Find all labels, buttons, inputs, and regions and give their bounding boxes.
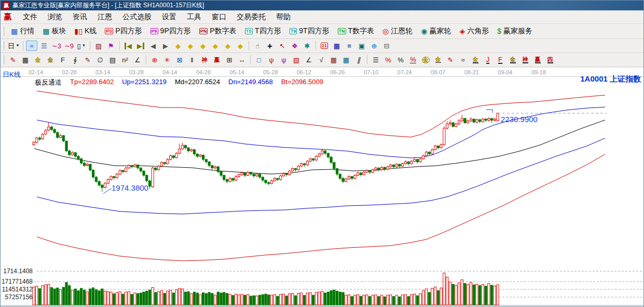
menu-item-window[interactable]: 窗口 [207,11,231,23]
dense-grid-tool[interactable]: ▤ [107,55,118,65]
menu-item-help[interactable]: 帮助 [271,11,296,23]
gann-box-tool[interactable]: ⊠ [174,55,185,65]
menu-item-tools[interactable]: 工具 [182,11,207,23]
menu-item-file[interactable]: 文件 [18,11,43,23]
hexagon-button[interactable]: ◈六角形 [456,25,494,37]
blue-grid-tool[interactable]: ▦ [340,55,352,65]
zoom-out-h-button[interactable]: ◆ [197,41,209,51]
cursor-values-button[interactable]: ↖ [277,41,288,51]
notes-button[interactable]: ≡ [344,41,355,51]
histogram-tool[interactable]: ☰ [370,55,381,65]
ma3-button[interactable]: ∼3 [51,41,62,51]
nine-p-square-button[interactable]: P99P四方形 [146,25,195,37]
menu-item-settings[interactable]: 设置 [157,11,182,23]
tick-marks-tool[interactable]: ‖ [186,55,198,65]
print-button[interactable]: ⊟ [381,41,392,51]
check-lines-tool[interactable]: √ [316,55,327,65]
kline-button[interactable]: ▮▯K线 [70,25,101,37]
winner-service-button[interactable]: $赢家服务 [493,25,537,37]
ying-grid-tool[interactable]: 赢 [211,55,223,65]
gann-marker-button[interactable]: ❖ [289,41,300,51]
menu-item-formula-stock-pick[interactable]: 公式选股 [117,11,157,23]
angle-lines-tool[interactable]: ∠ [303,55,314,65]
menu-item-trade-entrust[interactable]: 交易委托 [231,11,271,23]
rect-tool[interactable]: □ [253,55,265,65]
f-angle-tool[interactable]: F [495,55,506,65]
percent-levels-tool[interactable]: % [407,55,419,65]
menu-item-browse[interactable]: 浏览 [43,11,67,23]
first-bar-button[interactable]: ◀ [122,41,134,51]
calculator-button[interactable]: ▦ [331,41,342,51]
fib-grid-tool[interactable]: F [57,55,68,65]
fan-lines-tool[interactable]: ψ [266,55,277,65]
h-extend-tool[interactable]: ↔ [236,55,248,65]
t-square-button[interactable]: TST四方形 [241,25,285,37]
trend-chart-button[interactable]: ≈ [26,41,37,51]
zoom-full-button[interactable]: ◆ [235,41,246,51]
brush-flag-tool[interactable]: ✎ [445,55,456,65]
zoom-in-h-button[interactable]: ◆ [210,41,221,51]
winner-wheel-button[interactable]: ◉赢家轮 [417,25,455,37]
si-angle-tool[interactable]: 四 [544,55,556,65]
candle-body [184,145,186,148]
pan-hand-button[interactable]: ☝ [252,41,263,51]
draw-pencil-tool[interactable]: ✎ [7,55,19,65]
hatch-box-tool[interactable]: ▨ [291,55,302,65]
t-digit-table-button[interactable]: TNT数字表 [334,25,379,37]
slash-lines-tool[interactable]: ∥ [353,55,364,65]
angle-tool[interactable]: ∠ [132,55,143,65]
nine-t-square-button[interactable]: T99T四方形 [285,25,334,37]
gann-circle-tool[interactable]: ⊕ [149,55,160,65]
crosshair-button[interactable]: + [264,41,276,51]
gann-grid-tool[interactable]: ▦ [20,55,31,65]
data-download-button[interactable]: ⊕ [368,41,380,51]
smart-analysis-button[interactable]: ✱ [302,41,313,51]
last-bar-button[interactable]: ▶ [135,41,146,51]
flag-marker-button[interactable]: ⚑ [105,41,117,51]
gold-grid-tool[interactable]: 金 [32,55,44,65]
number-grid-tool[interactable]: ⊞ [224,55,235,65]
gann-wheel-button[interactable]: ◎江恩轮 [378,25,417,37]
n-square-tool[interactable]: n² [119,55,131,65]
sectors-button[interactable]: ▩板块 [38,25,70,37]
next-bar-button[interactable]: ▶ [160,41,171,51]
fan-box-tool[interactable]: ψ [278,55,290,65]
candle-style-dropdown[interactable]: ▯▼ [76,41,87,51]
shift-left-button[interactable]: ◆ [172,41,184,51]
kline-chart-area[interactable]: 02-1402-2803-1403-2804-1404-2805-1405-28… [1,68,643,306]
gold-circle-tool[interactable]: 金 [420,55,431,65]
p-square-button[interactable]: PSP四方形 [101,25,146,37]
menu-item-gann[interactable]: 江恩 [92,11,117,23]
percent-line-tool[interactable]: % [382,55,394,65]
market-quotes-button[interactable]: ▦行情 [7,25,38,37]
zoom-in-button[interactable]: ◆ [222,41,234,51]
menu-item-news[interactable]: 资讯 [67,11,92,23]
gann-web-tool[interactable]: ✳ [161,55,173,65]
ying-angle-tool[interactable]: 赢 [532,55,543,65]
brush-tool[interactable]: ✎ [82,55,93,65]
gold-levels-tool[interactable]: 金 [432,55,444,65]
spiral-tool[interactable]: ∮ [70,55,81,65]
calendar-button[interactable]: 21 [319,41,330,51]
gold-angle2-tool[interactable]: 金 [507,55,518,65]
percent-tool[interactable]: % [395,55,406,65]
zone-button[interactable]: ▨ [93,41,104,51]
period-day-dropdown[interactable]: 日▼ [7,41,20,51]
shift-right-button[interactable]: ◆ [185,41,196,51]
volume-bar [467,285,469,305]
shen-grid-tool[interactable]: 神 [199,55,210,65]
kline-canvas[interactable] [1,68,644,307]
save-button[interactable]: ▣ [356,41,367,51]
circle-tool[interactable]: ∅ [94,55,106,65]
prev-bar-button[interactable]: ◀ [147,41,159,51]
j-angle-tool[interactable]: J [482,55,494,65]
f10-info-button[interactable]: ☰ [38,41,50,51]
wave-tool[interactable]: ≈ [457,55,469,65]
ma9-button[interactable]: ∼9 [63,41,75,51]
gold-angle-tool[interactable]: 金 [470,55,481,65]
shen-angle-tool[interactable]: 神 [519,55,531,65]
title-bar[interactable]: 赢 赢家江恩专业版[赢家内部服务平台] - [上证指数 SH1A0001-157… [1,1,643,10]
red-grid-tool[interactable]: ▦ [328,55,339,65]
p-digit-table-button[interactable]: PNP数字表 [195,25,241,37]
gold-grid2-tool[interactable]: 金 [45,55,56,65]
